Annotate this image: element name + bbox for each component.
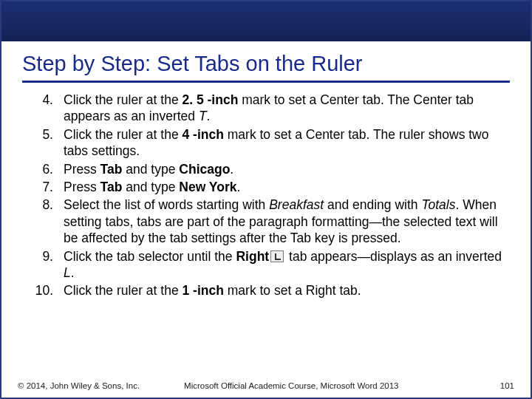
- text-run: Press: [64, 162, 100, 177]
- step-text: Click the tab selector until the Right t…: [64, 248, 510, 282]
- step-number: 6.: [33, 161, 64, 177]
- page-number: 101: [500, 381, 514, 390]
- title-bar: [1, 1, 531, 41]
- step-number: 5.: [33, 126, 64, 160]
- text-run: and type: [122, 162, 179, 177]
- course-text: Microsoft Official Academic Course, Micr…: [140, 381, 500, 390]
- step-number: 10.: [33, 282, 64, 299]
- text-run: Click the tab selector until the: [64, 249, 236, 264]
- slide: Step by Step: Set Tabs on the Ruler 4.Cl…: [0, 0, 532, 399]
- text-run: Click the ruler at the: [64, 283, 182, 298]
- step-item: 10.Click the ruler at the 1 -inch mark t…: [33, 282, 510, 299]
- content-area: Step by Step: Set Tabs on the Ruler 4.Cl…: [1, 41, 531, 299]
- text-run: Press: [64, 180, 100, 194]
- text-run: and ending with: [324, 197, 421, 212]
- text-run: Breakfast: [269, 197, 324, 212]
- text-run: Right: [236, 249, 269, 264]
- text-run: 2. 5 -inch: [182, 92, 238, 107]
- step-item: 4.Click the ruler at the 2. 5 -inch mark…: [33, 92, 510, 125]
- text-run: mark to set a Right tab.: [224, 283, 361, 298]
- step-item: 8.Select the list of words starting with…: [33, 197, 510, 246]
- text-run: .: [236, 180, 240, 194]
- text-run: .: [207, 109, 211, 123]
- copyright-text: © 2014, John Wiley & Sons, Inc.: [18, 381, 140, 390]
- step-item: 7.Press Tab and type New York.: [33, 179, 510, 195]
- text-run: Chicago: [179, 162, 230, 177]
- text-run: 1 -inch: [182, 283, 223, 298]
- step-text: Press Tab and type New York.: [64, 179, 510, 195]
- text-run: Tab: [100, 180, 123, 194]
- right-tab-icon: [270, 250, 284, 262]
- step-text: Click the ruler at the 2. 5 -inch mark t…: [64, 92, 510, 125]
- step-text: Press Tab and type Chicago.: [64, 161, 510, 177]
- step-text: Select the list of words starting with B…: [64, 197, 510, 246]
- text-run: .: [71, 265, 75, 280]
- step-text: Click the ruler at the 1 -inch mark to s…: [64, 282, 510, 299]
- step-item: 9.Click the tab selector until the Right…: [33, 248, 510, 282]
- text-run: Select the list of words starting with: [64, 197, 269, 212]
- text-run: Click the ruler at the: [64, 92, 182, 107]
- text-run: tab appears—displays as an inverted: [285, 249, 502, 264]
- step-number: 4.: [33, 92, 64, 125]
- step-list: 4.Click the ruler at the 2. 5 -inch mark…: [22, 92, 510, 299]
- text-run: .: [230, 162, 233, 177]
- step-number: 7.: [33, 179, 64, 195]
- text-run: and type: [122, 180, 179, 194]
- text-run: L: [64, 265, 71, 280]
- step-item: 5.Click the ruler at the 4 -inch mark to…: [33, 126, 510, 160]
- text-run: 4 -inch: [182, 127, 223, 142]
- step-text: Click the ruler at the 4 -inch mark to s…: [64, 126, 510, 160]
- text-run: Tab: [100, 162, 123, 177]
- title-underline: [22, 81, 510, 83]
- step-number: 8.: [33, 197, 64, 246]
- slide-title: Step by Step: Set Tabs on the Ruler: [22, 49, 510, 81]
- step-item: 6.Press Tab and type Chicago.: [33, 161, 510, 177]
- text-run: Click the ruler at the: [64, 127, 182, 142]
- footer: © 2014, John Wiley & Sons, Inc. Microsof…: [1, 381, 531, 390]
- text-run: New York: [179, 180, 236, 194]
- step-number: 9.: [33, 248, 64, 282]
- text-run: Totals: [421, 197, 455, 212]
- text-run: T: [199, 109, 207, 123]
